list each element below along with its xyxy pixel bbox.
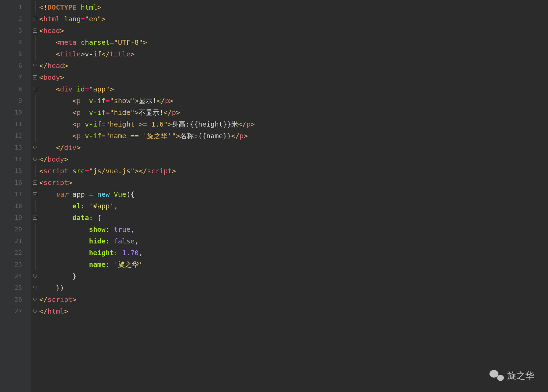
code-line[interactable]: name: '旋之华' xyxy=(39,259,548,270)
fold-open-icon[interactable] xyxy=(31,13,39,25)
code-line[interactable]: <script src="js/vue.js"></script> xyxy=(39,165,548,177)
code-area[interactable]: <!DOCTYPE html><html lang="en"><head> <m… xyxy=(39,0,548,392)
code-line[interactable]: height: 1.70, xyxy=(39,247,548,259)
code-line[interactable]: <p v-if="name == '旋之华'">名称:{{name}}</p> xyxy=(39,130,548,142)
line-number: 22 xyxy=(0,247,31,259)
line-number: 17 xyxy=(0,188,31,200)
line-number: 3 xyxy=(0,25,31,36)
fold-guide xyxy=(31,224,39,235)
line-number-gutter: 1234567891011121314151617181920212223242… xyxy=(0,0,31,392)
line-number: 1 xyxy=(0,1,31,13)
code-line[interactable]: <meta charset="UTF-8"> xyxy=(39,36,548,48)
code-line[interactable]: <head> xyxy=(39,25,548,36)
fold-guide xyxy=(31,1,39,13)
code-line[interactable]: <p v-if="height >= 1.6">身高:{{height}}米</… xyxy=(39,118,548,130)
line-number: 7 xyxy=(0,72,31,83)
line-number: 27 xyxy=(0,305,31,317)
line-number: 2 xyxy=(0,13,31,25)
fold-guide xyxy=(31,259,39,270)
code-line[interactable]: <body> xyxy=(39,72,548,83)
line-number: 11 xyxy=(0,118,31,130)
fold-open-icon[interactable] xyxy=(31,177,39,188)
fold-close-icon[interactable] xyxy=(31,294,39,305)
fold-open-icon[interactable] xyxy=(31,212,39,224)
line-number: 20 xyxy=(0,224,31,235)
fold-guide xyxy=(31,95,39,107)
code-line[interactable]: </head> xyxy=(39,60,548,72)
fold-open-icon[interactable] xyxy=(31,83,39,95)
fold-open-icon[interactable] xyxy=(31,25,39,36)
code-line[interactable]: <p v-if="hide">不显示!</p> xyxy=(39,107,548,118)
wechat-icon xyxy=(489,369,504,382)
code-line[interactable]: <p v-if="show">显示!</p> xyxy=(39,95,548,107)
line-number: 4 xyxy=(0,36,31,48)
watermark-label: 旋之华 xyxy=(507,370,534,382)
fold-guide xyxy=(31,36,39,48)
watermark: 旋之华 xyxy=(489,369,534,382)
code-line[interactable]: </html> xyxy=(39,305,548,317)
line-number: 6 xyxy=(0,60,31,72)
fold-close-icon[interactable] xyxy=(31,153,39,165)
code-line[interactable]: var app = new Vue({ xyxy=(39,188,548,200)
fold-guide xyxy=(31,107,39,118)
fold-column xyxy=(31,0,39,392)
fold-close-icon[interactable] xyxy=(31,142,39,153)
line-number: 19 xyxy=(0,212,31,224)
line-number: 15 xyxy=(0,165,31,177)
code-editor: 1234567891011121314151617181920212223242… xyxy=(0,0,548,392)
line-number: 8 xyxy=(0,83,31,95)
code-line[interactable]: <div id="app"> xyxy=(39,83,548,95)
line-number: 16 xyxy=(0,177,31,188)
line-number: 9 xyxy=(0,95,31,107)
code-line[interactable]: </body> xyxy=(39,153,548,165)
fold-close-icon[interactable] xyxy=(31,270,39,282)
code-line[interactable]: <script> xyxy=(39,177,548,188)
line-number: 10 xyxy=(0,107,31,118)
line-number: 18 xyxy=(0,200,31,212)
fold-guide xyxy=(31,235,39,247)
code-line[interactable]: </div> xyxy=(39,142,548,153)
line-number: 12 xyxy=(0,130,31,142)
fold-close-icon[interactable] xyxy=(31,305,39,317)
code-line[interactable]: hide: false, xyxy=(39,235,548,247)
fold-guide xyxy=(31,247,39,259)
line-number: 5 xyxy=(0,48,31,60)
fold-guide xyxy=(31,118,39,130)
code-line[interactable]: data: { xyxy=(39,212,548,224)
code-line[interactable]: <title>v-if</title> xyxy=(39,48,548,60)
line-number: 24 xyxy=(0,270,31,282)
code-line[interactable]: }) xyxy=(39,282,548,294)
line-number: 13 xyxy=(0,142,31,153)
fold-open-icon[interactable] xyxy=(31,188,39,200)
line-number: 23 xyxy=(0,259,31,270)
code-line[interactable]: show: true, xyxy=(39,224,548,235)
code-line[interactable]: } xyxy=(39,270,548,282)
line-number: 25 xyxy=(0,282,31,294)
fold-open-icon[interactable] xyxy=(31,72,39,83)
fold-guide xyxy=(31,130,39,142)
line-number: 26 xyxy=(0,294,31,305)
fold-guide xyxy=(31,48,39,60)
fold-close-icon[interactable] xyxy=(31,282,39,294)
fold-guide xyxy=(31,200,39,212)
code-line[interactable]: el: '#app', xyxy=(39,200,548,212)
fold-guide xyxy=(31,165,39,177)
fold-close-icon[interactable] xyxy=(31,60,39,72)
line-number: 21 xyxy=(0,235,31,247)
code-line[interactable]: <!DOCTYPE html> xyxy=(39,1,548,13)
line-number: 14 xyxy=(0,153,31,165)
code-line[interactable]: <html lang="en"> xyxy=(39,13,548,25)
code-line[interactable]: </script> xyxy=(39,294,548,305)
